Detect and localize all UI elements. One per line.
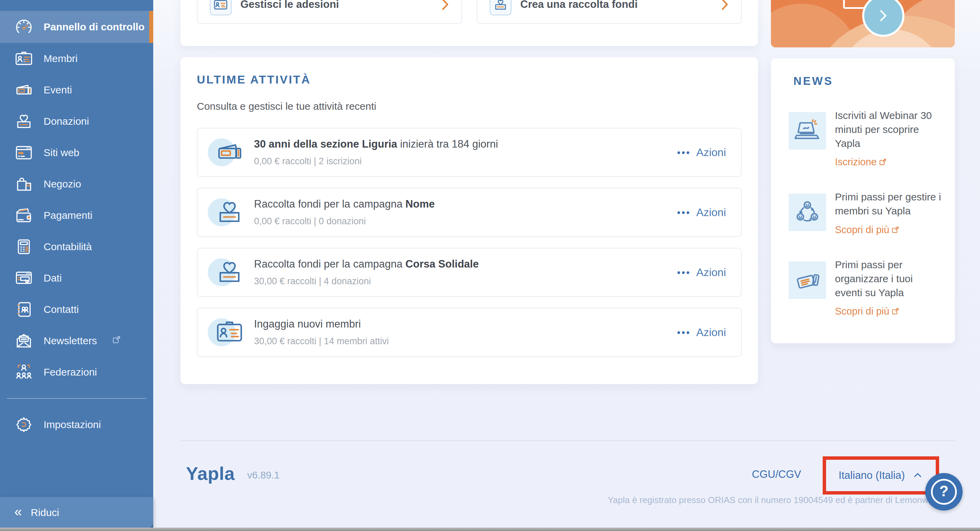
chevron-right-icon (878, 9, 888, 22)
sidebar-item-label: Pagamenti (44, 210, 92, 221)
sidebar-item-label: Impostazioni (44, 419, 101, 431)
donation-heart-icon (208, 254, 246, 291)
ellipsis-icon: ••• (677, 148, 690, 158)
activity-stats: 0,00 € raccolti | 0 donazioni (254, 216, 435, 226)
external-link-icon (891, 307, 900, 316)
yapla-logo: Yapla (186, 463, 235, 484)
sidebar-item-newsletters[interactable]: Newsletters (0, 325, 153, 357)
ticket-icon (14, 80, 34, 100)
actions-button[interactable]: ••• Azioni (677, 326, 726, 339)
sidebar-item-pannello-di-controllo[interactable]: Pannello di controllo (0, 11, 153, 43)
collapse-label: Riduci (31, 507, 59, 518)
sidebar-collapse-button[interactable]: « Riduci (0, 497, 153, 528)
actions-label: Azioni (696, 326, 726, 339)
news-link-iscrizione[interactable]: Iscrizione (835, 156, 942, 168)
actions-button[interactable]: ••• Azioni (677, 206, 726, 219)
registration-note: Yapla è registrato presso ORIAS con il n… (608, 495, 938, 505)
activity-text: Raccolta fondi per la campagna Nome 0,00… (254, 198, 435, 226)
activity-title: Raccolta fondi per la campagna Corsa Sol… (254, 258, 479, 270)
activity-row-campagna-corsa-solidale: Raccolta fondi per la campagna Corsa Sol… (197, 248, 741, 297)
actions-label: Azioni (696, 266, 726, 279)
actions-label: Azioni (696, 146, 726, 159)
federation-icon (14, 362, 34, 383)
sidebar-item-label: Contatti (44, 304, 79, 315)
sidebar-item-negozio[interactable]: Negozio (0, 168, 153, 200)
data-browser-icon (14, 268, 34, 288)
sidebar-item-impostazioni[interactable]: Impostazioni (0, 409, 153, 440)
news-title: NEWS (789, 75, 942, 88)
envelope-icon (14, 331, 34, 351)
sidebar-item-pagamenti[interactable]: Pagamenti (0, 200, 153, 231)
member-card-icon (208, 314, 246, 351)
donation-heart-icon (14, 111, 34, 132)
terms-link[interactable]: CGU/CGV (752, 468, 801, 480)
activity-stats: 30,00 € raccolti | 14 membri attivi (254, 336, 389, 347)
sidebar-item-federazioni[interactable]: Federazioni (0, 357, 153, 388)
sidebar-item-label: Donazioni (44, 116, 89, 127)
window-bottom-edge (0, 528, 980, 531)
news-item-title: Iscriviti al Webinar 30 minuti per scopr… (835, 109, 942, 150)
sidebar-nav: Pannello di controllo Membri Eventi Dona… (0, 0, 153, 440)
news-item-title: Primi passi per gestire i membri su Yapl… (835, 190, 942, 218)
browser-www-icon (14, 142, 34, 163)
activity-stats: 30,00 € raccolti | 4 donazioni (254, 276, 479, 287)
language-selector[interactable]: Italiano (Italia) (839, 469, 923, 482)
sidebar-item-eventi[interactable]: Eventi (0, 74, 153, 106)
sidebar-item-label: Newsletters (44, 335, 97, 347)
quick-card-crea-raccolta-fondi[interactable]: Crea una raccolta fondi (477, 0, 741, 24)
chevron-right-icon (442, 0, 449, 11)
sidebar-item-label: Pannello di controllo (44, 21, 145, 33)
yapla-dashboard: Pannello di controllo Membri Eventi Dona… (0, 0, 980, 531)
chevrons-left-icon: « (14, 505, 22, 518)
sidebar-item-label: Federazioni (44, 367, 97, 378)
quick-card-label: Gestisci le adesioni (240, 0, 339, 11)
quick-card-gestisci-adesioni[interactable]: Gestisci le adesioni (197, 0, 462, 24)
news-link-scopri-eventi[interactable]: Scopri di più (835, 306, 942, 317)
laptop-illustration (789, 112, 826, 150)
activity-title: Raccolta fondi per la campagna Nome (254, 198, 435, 210)
fundraising-box-icon (490, 0, 511, 15)
gear-icon (14, 415, 34, 435)
sidebar-item-label: Siti web (44, 147, 80, 158)
activity-title: 30 anni della sezione Liguria inizierà t… (254, 138, 498, 150)
promo-video-banner[interactable] (771, 0, 955, 47)
news-body: Primi passi per gestire i membri su Yapl… (835, 190, 942, 236)
ellipsis-icon: ••• (677, 327, 690, 338)
sidebar-item-dati[interactable]: Dati (0, 262, 153, 294)
news-panel: NEWS Iscriviti al Webinar 30 minuti per … (771, 58, 955, 343)
actions-button[interactable]: ••• Azioni (677, 266, 726, 279)
actions-label: Azioni (696, 206, 726, 219)
news-list: Iscriviti al Webinar 30 minuti per scopr… (789, 109, 942, 317)
external-link-icon (878, 158, 888, 167)
news-item-eventi: Primi passi per organizzare i tuoi event… (789, 258, 942, 317)
news-item-webinar: Iscriviti al Webinar 30 minuti per scopr… (789, 109, 942, 168)
footer-divider (180, 440, 956, 441)
sidebar-item-siti-web[interactable]: Siti web (0, 137, 153, 168)
recent-activities-panel: ULTIME ATTIVITÀ Consulta e gestisci le t… (180, 57, 758, 384)
sidebar-item-donazioni[interactable]: Donazioni (0, 106, 153, 137)
calculator-icon (14, 236, 34, 257)
annotation-box: Italiano (Italia) (822, 456, 939, 494)
news-item-title: Primi passi per organizzare i tuoi event… (835, 258, 942, 300)
activity-row-evento-liguria: 30 anni della sezione Liguria inizierà t… (197, 128, 741, 177)
sidebar: Pannello di controllo Membri Eventi Dona… (0, 0, 153, 531)
sidebar-item-contatti[interactable]: Contatti (0, 294, 153, 325)
sidebar-item-contabilita[interactable]: Contabilità (0, 231, 153, 262)
activity-list: 30 anni della sezione Liguria inizierà t… (197, 128, 741, 357)
question-mark-icon: ? (931, 479, 957, 505)
ticket-icon (208, 134, 246, 171)
sidebar-item-membri[interactable]: Membri (0, 43, 153, 74)
sidebar-item-label: Membri (44, 53, 78, 64)
section-title: ULTIME ATTIVITÀ (197, 73, 741, 86)
quick-actions-panel: Gestisci le adesioni Crea una raccolta f… (180, 0, 758, 46)
chevron-up-icon (912, 470, 923, 481)
external-link-icon (107, 335, 122, 347)
shopping-bag-icon (14, 174, 34, 194)
help-button[interactable]: ? (925, 473, 963, 510)
news-link-scopri-membri[interactable]: Scopri di più (835, 224, 942, 236)
gauge-icon (14, 17, 34, 37)
wallet-icon (14, 205, 34, 226)
actions-button[interactable]: ••• Azioni (677, 146, 726, 159)
sidebar-divider (7, 398, 146, 399)
activity-row-ingaggia-membri: Ingaggia nuovi membri 30,00 € raccolti |… (197, 308, 741, 357)
